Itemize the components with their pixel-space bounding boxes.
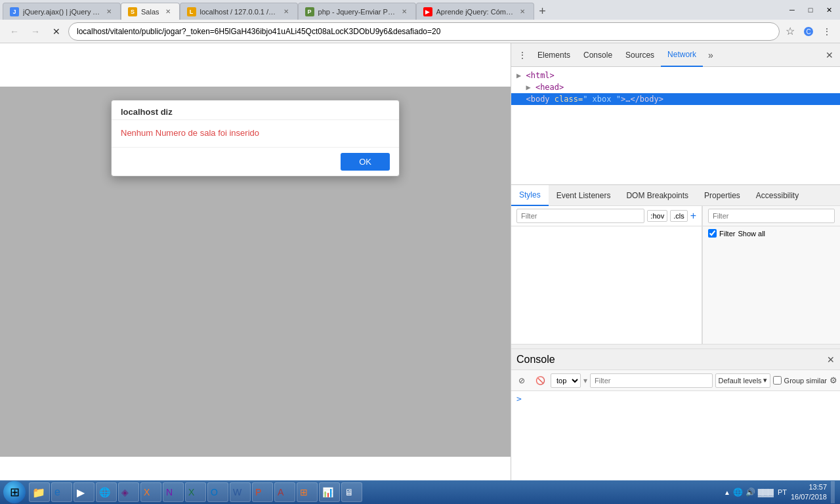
hov-cls-buttons: :hov .cls [647,210,687,222]
bookmark-star-icon[interactable]: ☆ [782,24,798,39]
devtools-tab-elements[interactable]: Elements [531,43,577,67]
tab-close-5[interactable]: ✕ [518,7,527,16]
taskbar-onenote-icon: N [166,487,173,497]
taskbar-ie-icon: e [54,486,60,498]
styles-tab-accessibility[interactable]: Accessibility [748,185,807,206]
taskbar-item-outlook[interactable]: O [207,482,228,502]
tab-favicon-4: P [305,7,314,16]
window-controls: ─ □ ✕ [784,3,837,16]
console-context-select[interactable]: top [551,373,581,388]
extension-icon-1[interactable]: C [801,24,816,39]
taskbar-item-app2[interactable]: 🖥 [341,482,362,502]
taskbar-item-vs[interactable]: ◈ [118,482,139,502]
taskbar-item-access[interactable]: A [274,482,295,502]
default-levels-button[interactable]: Default levels ▾ [715,373,770,388]
taskbar-item-chrome[interactable]: 🌐 [96,482,117,502]
console-clear-button[interactable]: ⊘ [514,373,530,388]
styles-tab-bar: Styles Event Listeners DOM Breakpoints P… [511,185,840,206]
start-button[interactable]: ⊞ [1,481,28,503]
group-similar-checkbox[interactable] [773,376,782,385]
tab-label-4: php - Jquery-Enviar Post... [318,8,396,16]
title-bar: J jQuery.ajax() | jQuery API ... ✕ S Sal… [0,0,840,20]
devtools-tab-console[interactable]: Console [577,43,619,67]
console-filter-input[interactable] [590,373,713,388]
taskbar-item-word[interactable]: W [230,482,251,502]
taskbar-item-ie[interactable]: e [51,482,72,502]
styles-tab-event-listeners[interactable]: Event Listeners [549,185,619,206]
alert-ok-button[interactable]: OK [341,153,390,171]
tab-close-1[interactable]: ✕ [104,7,114,16]
styles-filter-row: :hov .cls + [511,206,702,226]
minimize-button[interactable]: ─ [784,3,801,16]
cls-button[interactable]: .cls [670,210,688,222]
taskbar-item-xampp2[interactable]: ⊞ [297,482,318,502]
tab-localhost[interactable]: L localhost / 127.0.0.1 / vit... ✕ [180,3,298,20]
tray-arrow-icon[interactable]: ▲ [724,489,730,496]
taskbar-item-explorer[interactable]: 📁 [29,482,50,502]
taskbar-app2-icon: 🖥 [345,487,354,497]
tray-network-icon[interactable]: 🌐 [733,488,743,497]
right-filter-input[interactable] [708,209,835,223]
tab-php[interactable]: P php - Jquery-Enviar Post... ✕ [298,3,416,20]
console-settings-icon[interactable]: ⚙ [830,375,837,385]
devtools-more-button[interactable]: » [704,50,717,60]
tab-close-2[interactable]: ✕ [163,7,173,16]
console-block-button[interactable]: 🚫 [532,373,548,388]
devtools-close-button[interactable]: ✕ [822,50,837,60]
tab-close-3[interactable]: ✕ [282,7,291,16]
show-all-label: Filter [719,230,735,238]
tab-label-2: Salas [141,8,159,16]
right-styles-panel: Filter Show all [702,206,840,344]
console-close-button[interactable]: ✕ [827,354,835,365]
clock: 13:57 16/07/2018 [791,482,827,503]
taskbar-item-excel[interactable]: X [185,482,206,502]
taskbar-item-xampp[interactable]: X [140,482,161,502]
taskbar-item-ppt[interactable]: P [252,482,273,502]
context-dropdown-icon: ▾ [583,376,587,385]
devtools-tab-sources[interactable]: Sources [619,43,661,67]
group-similar-label: Group similar [784,377,827,385]
forward-button[interactable]: → [26,22,45,41]
tab-jquery[interactable]: J jQuery.ajax() | jQuery API ... ✕ [3,3,121,20]
styles-tab-dom-breakpoints[interactable]: DOM Breakpoints [618,185,696,206]
alert-footer: OK [112,147,399,176]
taskbar-word-icon: W [233,487,242,497]
taskbar-item-media[interactable]: ▶ [74,482,94,502]
close-button[interactable]: ✕ [820,3,837,16]
taskbar-excel-icon: X [188,487,194,497]
tab-close-4[interactable]: ✕ [400,7,409,16]
devtools-menu-icon[interactable]: ⋮ [514,50,531,60]
hov-button[interactable]: :hov [647,210,667,222]
levels-dropdown-icon: ▾ [763,376,767,385]
show-desktop-button[interactable] [831,481,835,503]
reload-button[interactable]: ✕ [47,22,66,41]
panel-divider[interactable] [511,344,840,349]
address-bar[interactable] [68,22,780,41]
back-button[interactable]: ← [5,22,24,41]
maximize-button[interactable]: □ [802,3,819,16]
tray-battery-icon[interactable]: ▓▓▓ [758,488,774,496]
new-tab-button[interactable]: + [534,3,551,20]
chrome-menu-icon[interactable]: ⋮ [819,24,835,39]
console-bottom-panel: Console ✕ ⊘ 🚫 top ▾ Default levels ▾ Gro… [511,349,840,480]
tab-youtube[interactable]: ▶ Aprende jQuery: Cómo e... ✕ [416,3,534,20]
nav-bar: ← → ✕ ☆ C ⋮ [0,20,840,43]
html-line-3[interactable]: <body class=" xbox ">…</body> [511,93,840,105]
devtools-tab-network[interactable]: Network [661,43,703,67]
devtools-panel: ⋮ Elements Console Sources Network » ✕ ▶… [511,43,840,480]
tab-salas[interactable]: S Salas ✕ [121,3,180,20]
tab-favicon-2: S [128,7,137,16]
tray-volume-icon[interactable]: 🔊 [746,488,755,497]
styles-filter-input[interactable] [516,209,644,223]
taskbar-media-icon: ▶ [77,486,85,499]
taskbar-item-onenote[interactable]: N [163,482,184,502]
show-all-row: Filter Show all [703,226,840,240]
right-filter-row [703,206,840,226]
show-all-checkbox[interactable] [708,229,717,238]
taskbar-item-app1[interactable]: 📊 [319,482,340,502]
styles-tab-styles[interactable]: Styles [511,185,549,206]
styles-tab-properties[interactable]: Properties [696,185,748,206]
taskbar-xampp-icon: X [144,487,150,497]
add-style-button[interactable]: + [690,210,696,222]
taskbar-app1-icon: 📊 [322,487,333,497]
